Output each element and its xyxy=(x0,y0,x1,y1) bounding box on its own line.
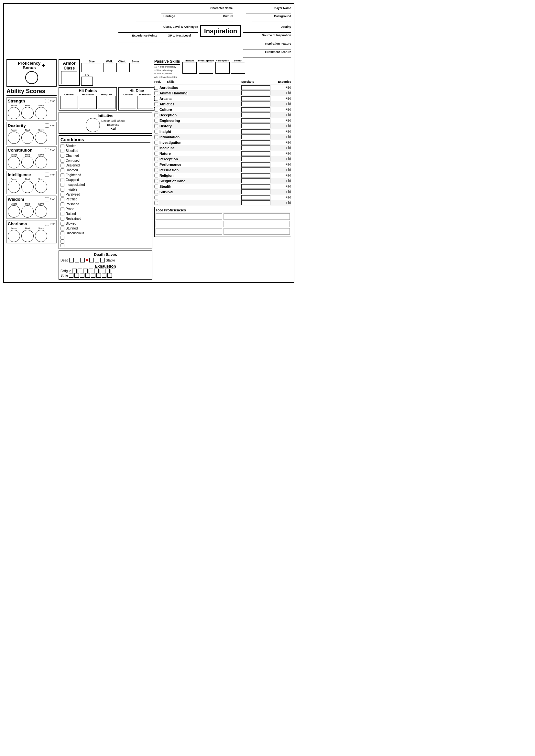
tool-cell-6[interactable] xyxy=(223,228,290,235)
condition-check-6[interactable] xyxy=(61,173,64,177)
xp-input[interactable] xyxy=(118,37,157,42)
culture-input[interactable] xyxy=(194,18,233,22)
str-6[interactable] xyxy=(97,273,101,278)
condition-check-10[interactable] xyxy=(61,193,64,197)
fat-3[interactable] xyxy=(83,269,88,273)
constitution-prof-check[interactable] xyxy=(45,148,49,152)
condition-check-15[interactable] xyxy=(61,217,64,221)
skill-specialty-12[interactable] xyxy=(241,151,270,156)
fat-4[interactable] xyxy=(89,269,93,273)
wisdom-save-input[interactable] xyxy=(36,209,46,214)
condition-check-16[interactable] xyxy=(61,222,64,226)
skill-check-16[interactable] xyxy=(154,174,158,177)
str-4[interactable] xyxy=(85,273,90,278)
fat-1[interactable] xyxy=(72,269,77,273)
tool-cell-2[interactable] xyxy=(223,213,290,220)
skill-check-15[interactable] xyxy=(154,168,158,172)
wisdom-prof-check[interactable] xyxy=(45,197,49,202)
skill-specialty-14[interactable] xyxy=(241,162,270,167)
tool-cell-5[interactable] xyxy=(155,228,222,235)
charisma-score-input[interactable] xyxy=(9,233,19,238)
hp-current-input[interactable] xyxy=(60,96,78,109)
skill-specialty-19[interactable] xyxy=(241,189,270,194)
condition-check-13[interactable] xyxy=(61,207,64,211)
skill-check-11[interactable] xyxy=(154,146,158,150)
skill-check-19[interactable] xyxy=(154,190,158,194)
intelligence-score-input[interactable] xyxy=(9,184,19,189)
condition-check-5[interactable] xyxy=(61,168,64,172)
condition-check-11[interactable] xyxy=(61,198,64,202)
dexterity-prof-check[interactable] xyxy=(45,123,49,128)
skill-check-13[interactable] xyxy=(154,157,158,161)
ds-box-4[interactable] xyxy=(89,258,94,262)
skill-specialty-8[interactable] xyxy=(241,129,270,134)
charisma-mod-input[interactable] xyxy=(23,233,32,238)
intelligence-prof-check[interactable] xyxy=(45,173,49,177)
skill-specialty-11[interactable] xyxy=(241,146,270,150)
fat-7[interactable] xyxy=(105,269,110,273)
skill-check-7[interactable] xyxy=(154,124,158,128)
skill-check-8[interactable] xyxy=(154,130,158,133)
dexterity-save-input[interactable] xyxy=(36,135,46,140)
str-2[interactable] xyxy=(74,273,79,278)
xp-next-input[interactable] xyxy=(158,37,191,42)
proficiency-bonus-input[interactable] xyxy=(25,71,38,84)
condition-check-20[interactable] xyxy=(61,239,64,243)
source-input[interactable] xyxy=(243,37,291,41)
fulfillment-input[interactable] xyxy=(243,54,291,58)
inspiration-box[interactable]: Inspiration xyxy=(200,25,241,37)
skill-specialty-5[interactable] xyxy=(241,113,270,117)
skill-check-0[interactable] xyxy=(154,86,158,90)
skill-specialty-18[interactable] xyxy=(241,184,270,189)
initiative-input[interactable] xyxy=(86,118,100,132)
skill-check-14[interactable] xyxy=(154,163,158,167)
skill-check-18[interactable] xyxy=(154,185,158,188)
charisma-save-input[interactable] xyxy=(36,233,46,238)
wisdom-mod-input[interactable] xyxy=(23,209,32,214)
condition-check-1[interactable] xyxy=(61,149,64,153)
skill-check-21[interactable] xyxy=(154,201,158,205)
size-input[interactable] xyxy=(81,63,102,72)
skill-specialty-7[interactable] xyxy=(241,123,270,128)
tool-cell-4[interactable] xyxy=(223,221,290,227)
skill-specialty-1[interactable] xyxy=(241,91,270,95)
str-1[interactable] xyxy=(69,273,73,278)
skill-check-1[interactable] xyxy=(154,91,158,95)
charisma-prof-check[interactable] xyxy=(45,222,49,226)
passive-stealth-input[interactable] xyxy=(231,62,245,74)
skill-specialty-17[interactable] xyxy=(241,178,270,183)
destiny-input[interactable] xyxy=(243,28,291,33)
skill-specialty-20[interactable] xyxy=(241,195,270,200)
ds-box-2[interactable] xyxy=(75,258,79,262)
background-input[interactable] xyxy=(252,18,291,22)
condition-check-8[interactable] xyxy=(61,183,64,187)
strength-save-input[interactable] xyxy=(36,111,46,115)
condition-check-0[interactable] xyxy=(61,144,64,148)
condition-check-4[interactable] xyxy=(61,164,64,167)
fly-input[interactable] xyxy=(81,77,93,86)
skill-check-4[interactable] xyxy=(154,108,158,112)
skill-specialty-4[interactable] xyxy=(241,107,270,112)
skill-check-6[interactable] xyxy=(154,119,158,122)
skill-specialty-3[interactable] xyxy=(241,101,270,106)
intelligence-mod-input[interactable] xyxy=(23,184,32,189)
skill-check-9[interactable] xyxy=(154,135,158,139)
dexterity-mod-input[interactable] xyxy=(23,135,32,140)
tool-cell-1[interactable] xyxy=(155,213,222,220)
condition-check-17[interactable] xyxy=(61,227,64,230)
fat-6[interactable] xyxy=(99,269,104,273)
ds-box-3[interactable] xyxy=(80,258,85,262)
condition-check-12[interactable] xyxy=(61,202,64,206)
skill-check-2[interactable] xyxy=(154,97,158,100)
passive-perception-input[interactable] xyxy=(215,62,230,74)
skill-check-5[interactable] xyxy=(154,113,158,117)
str-7[interactable] xyxy=(102,273,106,278)
heritage-input[interactable] xyxy=(136,18,175,22)
skill-check-10[interactable] xyxy=(154,141,158,145)
swim-input[interactable] xyxy=(129,63,141,72)
str-3[interactable] xyxy=(80,273,84,278)
condition-check-3[interactable] xyxy=(61,159,64,163)
character-name-input[interactable] xyxy=(161,10,233,14)
condition-check-19[interactable] xyxy=(61,236,64,239)
constitution-save-input[interactable] xyxy=(36,160,46,165)
